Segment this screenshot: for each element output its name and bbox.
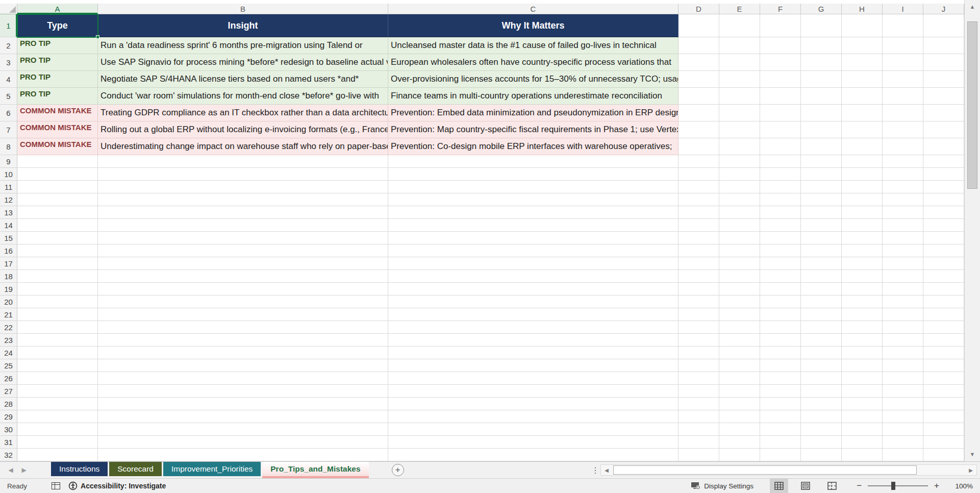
cell-B28[interactable] bbox=[98, 398, 388, 410]
cell-B25[interactable] bbox=[98, 359, 388, 372]
cell-A4[interactable]: PRO TIP bbox=[17, 71, 98, 88]
cell-A12[interactable] bbox=[17, 193, 98, 206]
cell-G31[interactable] bbox=[801, 436, 842, 449]
cell-D26[interactable] bbox=[679, 372, 719, 385]
cell-I24[interactable] bbox=[883, 347, 923, 359]
cell-B8[interactable]: Underestimating change impact on warehou… bbox=[98, 138, 388, 155]
zoom-slider-handle[interactable] bbox=[891, 482, 895, 490]
cell-G23[interactable] bbox=[801, 334, 842, 347]
cell-A28[interactable] bbox=[17, 398, 98, 410]
cell-H13[interactable] bbox=[842, 206, 883, 219]
cell-J32[interactable] bbox=[923, 449, 964, 461]
cell-H17[interactable] bbox=[842, 257, 883, 270]
vertical-scrollbar-thumb[interactable] bbox=[967, 21, 977, 189]
cell-D8[interactable] bbox=[679, 138, 719, 155]
cell-A3[interactable]: PRO TIP bbox=[17, 54, 98, 71]
page-layout-view-button[interactable] bbox=[796, 479, 815, 493]
cell-F15[interactable] bbox=[760, 232, 801, 244]
cell-I5[interactable] bbox=[883, 88, 923, 105]
column-header-G[interactable]: G bbox=[801, 4, 842, 14]
cell-D1[interactable] bbox=[679, 14, 719, 37]
cell-F2[interactable] bbox=[760, 37, 801, 54]
row-header-27[interactable]: 27 bbox=[0, 385, 17, 398]
cell-G14[interactable] bbox=[801, 219, 842, 232]
cell-E2[interactable] bbox=[719, 37, 760, 54]
cell-C19[interactable] bbox=[388, 283, 679, 295]
cell-C24[interactable] bbox=[388, 347, 679, 359]
cell-H23[interactable] bbox=[842, 334, 883, 347]
cell-A9[interactable] bbox=[17, 155, 98, 168]
row-header-26[interactable]: 26 bbox=[0, 372, 17, 385]
cell-D10[interactable] bbox=[679, 168, 719, 181]
cell-E26[interactable] bbox=[719, 372, 760, 385]
cell-B19[interactable] bbox=[98, 283, 388, 295]
cell-E24[interactable] bbox=[719, 347, 760, 359]
row-header-15[interactable]: 15 bbox=[0, 232, 17, 244]
cell-B10[interactable] bbox=[98, 168, 388, 181]
cell-H29[interactable] bbox=[842, 410, 883, 423]
cell-A25[interactable] bbox=[17, 359, 98, 372]
cell-J31[interactable] bbox=[923, 436, 964, 449]
cell-C17[interactable] bbox=[388, 257, 679, 270]
sheet-tab-scorecard[interactable]: Scorecard bbox=[109, 462, 162, 476]
cell-C8[interactable]: Prevention: Co-design mobile ERP interfa… bbox=[388, 138, 679, 155]
zoom-level[interactable]: 100% bbox=[950, 482, 973, 490]
cell-D3[interactable] bbox=[679, 54, 719, 71]
normal-view-button[interactable] bbox=[770, 479, 788, 493]
cell-C1[interactable]: Why It Matters bbox=[388, 14, 679, 37]
cell-A8[interactable]: COMMON MISTAKE bbox=[17, 138, 98, 155]
cell-B5[interactable]: Conduct 'war room' simulations for month… bbox=[98, 88, 388, 105]
cell-D25[interactable] bbox=[679, 359, 719, 372]
scroll-left-button[interactable]: ◀ bbox=[601, 465, 612, 475]
cell-I8[interactable] bbox=[883, 138, 923, 155]
cell-B3[interactable]: Use SAP Signavio for process mining *bef… bbox=[98, 54, 388, 71]
cell-D27[interactable] bbox=[679, 385, 719, 398]
zoom-out-button[interactable]: − bbox=[852, 481, 866, 491]
cell-J19[interactable] bbox=[923, 283, 964, 295]
cell-G22[interactable] bbox=[801, 321, 842, 334]
cell-H16[interactable] bbox=[842, 244, 883, 257]
cell-G10[interactable] bbox=[801, 168, 842, 181]
cell-J21[interactable] bbox=[923, 308, 964, 321]
cell-D29[interactable] bbox=[679, 410, 719, 423]
cell-I29[interactable] bbox=[883, 410, 923, 423]
cell-E8[interactable] bbox=[719, 138, 760, 155]
cell-D23[interactable] bbox=[679, 334, 719, 347]
cell-D28[interactable] bbox=[679, 398, 719, 410]
cell-I17[interactable] bbox=[883, 257, 923, 270]
cell-C14[interactable] bbox=[388, 219, 679, 232]
cell-G11[interactable] bbox=[801, 181, 842, 193]
cell-F23[interactable] bbox=[760, 334, 801, 347]
cell-J25[interactable] bbox=[923, 359, 964, 372]
cell-A11[interactable] bbox=[17, 181, 98, 193]
scroll-up-button[interactable]: ▲ bbox=[965, 0, 980, 13]
cell-C27[interactable] bbox=[388, 385, 679, 398]
cell-H9[interactable] bbox=[842, 155, 883, 168]
cell-B14[interactable] bbox=[98, 219, 388, 232]
cell-G32[interactable] bbox=[801, 449, 842, 461]
cell-H1[interactable] bbox=[842, 14, 883, 37]
cell-C3[interactable]: European wholesalers often have country-… bbox=[388, 54, 679, 71]
select-all-corner[interactable] bbox=[0, 4, 17, 14]
cell-H8[interactable] bbox=[842, 138, 883, 155]
cell-D18[interactable] bbox=[679, 270, 719, 283]
cell-B15[interactable] bbox=[98, 232, 388, 244]
cell-D17[interactable] bbox=[679, 257, 719, 270]
row-header-24[interactable]: 24 bbox=[0, 347, 17, 359]
cell-G27[interactable] bbox=[801, 385, 842, 398]
row-header-1[interactable]: 1 bbox=[0, 14, 17, 37]
cell-F27[interactable] bbox=[760, 385, 801, 398]
cell-B24[interactable] bbox=[98, 347, 388, 359]
cell-H6[interactable] bbox=[842, 105, 883, 121]
cell-J18[interactable] bbox=[923, 270, 964, 283]
cell-J28[interactable] bbox=[923, 398, 964, 410]
page-break-view-button[interactable] bbox=[823, 479, 841, 493]
cell-G29[interactable] bbox=[801, 410, 842, 423]
cell-B4[interactable]: Negotiate SAP S/4HANA license tiers base… bbox=[98, 71, 388, 88]
horizontal-scrollbar-track[interactable] bbox=[612, 465, 965, 475]
cell-H21[interactable] bbox=[842, 308, 883, 321]
cell-H15[interactable] bbox=[842, 232, 883, 244]
cell-G3[interactable] bbox=[801, 54, 842, 71]
cell-D30[interactable] bbox=[679, 423, 719, 436]
cell-A2[interactable]: PRO TIP bbox=[17, 37, 98, 54]
